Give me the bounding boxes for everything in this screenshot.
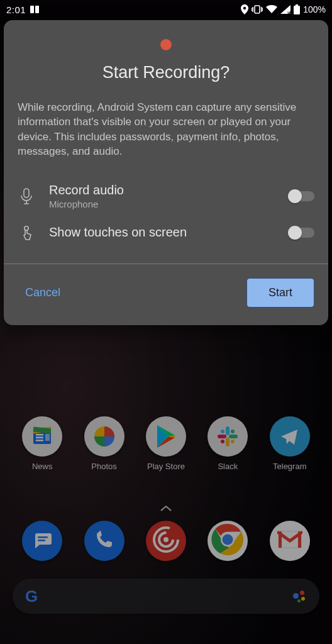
record-audio-toggle[interactable] [289,191,314,201]
touch-icon [18,225,35,241]
svg-rect-0 [30,6,34,13]
app-label: Telegram [273,462,306,471]
svg-rect-23 [226,438,230,447]
battery-percent: 100% [303,4,326,14]
svg-rect-19 [36,440,43,441]
chrome-icon [211,523,244,558]
play-store-icon [146,416,186,457]
app-gmail[interactable] [270,521,310,561]
dialog-message: While recording, Android System can capt… [18,100,314,159]
gmail-icon [277,530,302,552]
app-messages[interactable] [22,521,62,561]
svg-rect-21 [226,426,230,435]
messages-icon [31,528,53,553]
svg-text:x: x [287,10,289,14]
svg-rect-2 [255,6,260,13]
svg-rect-10 [24,189,29,197]
show-touches-toggle[interactable] [289,228,314,238]
screen-record-dialog: Start Recording? While recording, Androi… [4,20,328,325]
app-label: Photos [91,462,116,471]
vibrate-icon [252,5,263,14]
notification-icon [30,5,40,14]
app-label: Slack [218,462,238,471]
svg-rect-8 [294,6,300,14]
svg-point-13 [25,226,28,230]
svg-rect-18 [36,437,43,439]
svg-point-36 [223,535,233,545]
svg-point-26 [231,430,235,433]
status-bar: 2:01 x 100% [0,0,332,19]
photos-icon [84,416,124,457]
home-app-row: News Photos Play Store Slack [0,416,332,471]
svg-rect-30 [38,540,45,541]
app-label: Play Store [147,462,185,471]
svg-point-27 [231,440,235,443]
battery-icon [294,4,300,14]
option-record-audio: Record audio Microphone [18,177,314,218]
svg-rect-1 [35,6,39,13]
dialog-title: Start Recording? [4,63,328,82]
cell-signal-icon: x [280,5,290,14]
location-icon [241,4,248,14]
record-indicator-icon [160,39,172,50]
svg-rect-24 [218,435,226,438]
app-chrome[interactable] [208,521,248,561]
app-pocket-casts[interactable] [146,521,186,561]
app-slack[interactable]: Slack [201,416,255,471]
option-show-touches: Show touches on screen [18,218,314,250]
svg-rect-29 [38,536,48,538]
svg-rect-22 [229,435,238,438]
option-title: Record audio [49,183,275,197]
svg-rect-9 [296,4,298,6]
svg-point-33 [163,537,169,542]
app-news[interactable]: News [15,416,69,471]
news-icon [22,416,62,457]
svg-point-28 [221,440,224,443]
cancel-button[interactable]: Cancel [25,286,60,299]
option-subtitle: Microphone [49,199,275,209]
option-title: Show touches on screen [49,225,275,240]
clock: 2:01 [6,4,26,15]
svg-rect-39 [298,531,301,548]
telegram-icon [270,416,310,457]
pocketcasts-icon [153,526,179,555]
slack-icon [208,416,248,457]
wifi-icon [266,5,277,14]
svg-rect-38 [279,531,282,548]
app-telegram[interactable]: Telegram [263,416,317,471]
app-label: News [32,462,53,471]
app-photos[interactable]: Photos [77,416,131,471]
start-button[interactable]: Start [246,278,314,308]
assistant-icon[interactable] [293,589,307,603]
svg-rect-20 [45,434,50,441]
app-play-store[interactable]: Play Store [139,416,193,471]
app-phone[interactable] [84,521,124,561]
phone-icon [94,530,114,552]
dock [0,521,332,561]
svg-point-25 [221,430,224,433]
google-search-bar[interactable]: G [13,579,319,614]
app-drawer-handle-icon[interactable] [160,503,172,513]
google-logo-icon: G [25,587,38,606]
mic-icon [18,188,35,204]
svg-rect-17 [36,434,43,436]
